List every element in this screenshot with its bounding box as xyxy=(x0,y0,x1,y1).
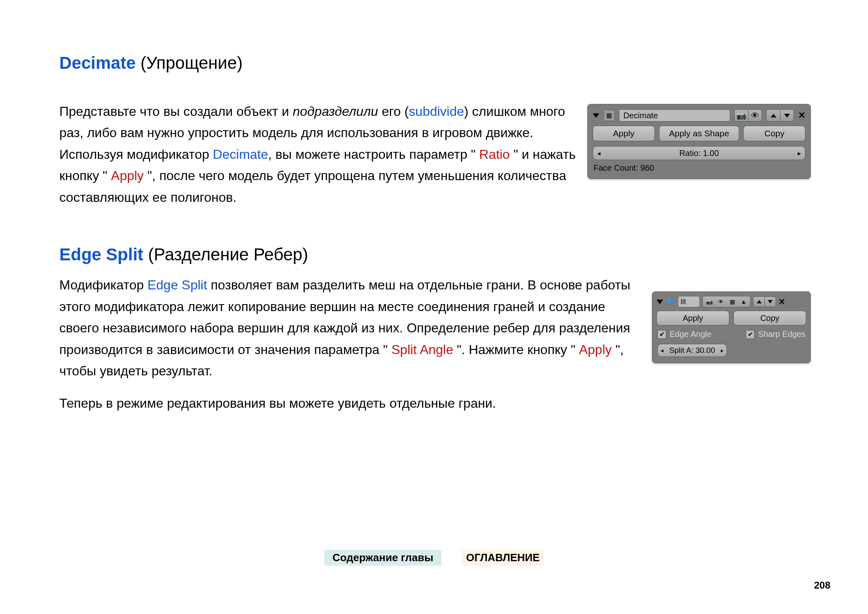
apply-term: Apply xyxy=(111,168,144,183)
sharp-edges-label: Sharp Edges xyxy=(758,330,805,339)
edit-mode-toggle[interactable]: ▦ xyxy=(727,297,737,307)
text-fragment: ". Нажмите кнопку " xyxy=(453,342,579,357)
split-angle-slider[interactable]: ◂ Split A: 30.00 ▸ xyxy=(657,344,727,357)
close-button[interactable]: ✕ xyxy=(798,110,805,121)
page-number: 208 xyxy=(814,580,830,591)
modifier-icon: 🔷 xyxy=(666,297,675,307)
footer-nav: Содержание главы ОГЛАВЛЕНИЕ xyxy=(0,550,868,566)
move-up-button[interactable] xyxy=(766,109,780,122)
decimate-panel: ▦ Decimate 📷 👁 ✕ Apply Apply as Shape Co… xyxy=(587,104,811,179)
panel-button-row: Apply Apply as Shape Copy xyxy=(588,126,810,146)
heading-en: Edge Split xyxy=(59,245,143,264)
heading-en: Decimate xyxy=(59,53,136,72)
subdivide-link[interactable]: subdivide xyxy=(409,104,464,119)
slider-left-arrow-icon: ◂ xyxy=(597,149,600,157)
text-fragment: Представьте что вы создали объект и xyxy=(59,104,293,119)
apply-button[interactable]: Apply xyxy=(657,311,729,325)
close-button[interactable]: ✕ xyxy=(778,297,785,307)
ratio-term: Ratio xyxy=(479,147,510,162)
arrow-up-icon xyxy=(771,114,776,117)
modifier-name-field[interactable]: Decimate xyxy=(619,109,730,122)
eye-icon: 👁 xyxy=(751,111,759,120)
viewport-toggle[interactable]: 👁 xyxy=(716,297,726,307)
slider-right-arrow-icon: ▸ xyxy=(721,347,724,354)
panel-header-row: 🔷 lit 📷 👁 ▦ ▲ ✕ xyxy=(652,292,810,311)
edge-split-body-wrapper: Модификатор Edge Split позволяет вам раз… xyxy=(59,274,638,414)
cage-toggle[interactable]: ▲ xyxy=(739,297,749,307)
edge-split-heading: Edge Split (Разделение Ребер) xyxy=(59,245,811,264)
move-down-button[interactable] xyxy=(780,109,794,122)
render-toggle[interactable]: 📷 xyxy=(704,297,714,307)
text-fragment: его ( xyxy=(378,104,409,119)
text-fragment: , вы можете настроить параметр " xyxy=(268,147,479,162)
apply-as-shape-button[interactable]: Apply as Shape xyxy=(659,126,740,141)
camera-icon: 📷 xyxy=(736,111,747,120)
chapter-contents-link[interactable]: Содержание главы xyxy=(324,550,442,566)
sharp-edges-checkbox[interactable]: ✔ xyxy=(746,330,755,339)
split-angle-value: Split A: 30.00 xyxy=(669,346,715,355)
slider-right-arrow-icon: ▸ xyxy=(798,149,801,157)
move-down-button[interactable] xyxy=(765,296,776,307)
edge-angle-label: Edge Angle xyxy=(670,330,711,339)
arrow-down-icon xyxy=(784,114,790,117)
arrow-down-icon xyxy=(768,300,773,303)
collapse-icon[interactable] xyxy=(657,300,663,304)
slider-left-arrow-icon: ◂ xyxy=(661,347,663,354)
edge-angle-option: ✔ Edge Angle xyxy=(657,330,711,339)
copy-button[interactable]: Copy xyxy=(733,311,806,325)
face-count-label: Face Count: 960 xyxy=(588,163,810,173)
text-fragment: Модификатор xyxy=(59,278,147,292)
edge-split-link[interactable]: Edge Split xyxy=(147,278,207,292)
decimate-heading: Decimate (Упрощение) xyxy=(59,53,811,73)
edge-split-body-2: Теперь в режиме редактирования вы можете… xyxy=(59,393,638,414)
panel-button-row: Apply Copy xyxy=(652,311,810,330)
ratio-slider[interactable]: ◂ Ratio: 1.00 ▸ xyxy=(593,146,805,160)
apply-term: Apply xyxy=(579,342,612,357)
move-buttons xyxy=(753,296,776,307)
viewport-toggle[interactable]: 👁 xyxy=(748,109,762,122)
arrow-up-icon xyxy=(757,300,762,303)
text-fragment-italic: подразделили xyxy=(293,104,378,119)
edge-angle-checkbox[interactable]: ✔ xyxy=(657,330,666,339)
table-of-contents-link[interactable]: ОГЛАВЛЕНИЕ xyxy=(462,550,544,566)
checkbox-row: ✔ Edge Angle ✔ Sharp Edges xyxy=(652,330,810,344)
heading-ru: (Разделение Ребер) xyxy=(143,245,308,264)
modifier-name-field[interactable]: lit xyxy=(678,296,700,307)
copy-button[interactable]: Copy xyxy=(743,126,805,141)
decimate-link[interactable]: Decimate xyxy=(213,147,268,162)
decimate-body: Представьте что вы создали объект и подр… xyxy=(59,101,580,208)
sharp-edges-option: ✔ Sharp Edges xyxy=(746,330,805,339)
apply-button[interactable]: Apply xyxy=(593,126,655,141)
split-angle-term: Split Angle xyxy=(391,342,453,357)
edge-split-body: Модификатор Edge Split позволяет вам раз… xyxy=(59,274,638,381)
render-toggle[interactable]: 📷 xyxy=(734,109,748,122)
panel-header-row: ▦ Decimate 📷 👁 ✕ xyxy=(588,104,810,126)
modifier-icon: ▦ xyxy=(603,110,615,121)
display-toggles: 📷 👁 ▦ ▲ xyxy=(702,296,751,307)
ratio-value: Ratio: 1.00 xyxy=(679,149,719,158)
move-buttons xyxy=(766,109,794,122)
edge-split-panel: 🔷 lit 📷 👁 ▦ ▲ ✕ Apply Copy xyxy=(652,291,811,363)
visibility-buttons: 📷 👁 xyxy=(734,109,762,122)
collapse-icon[interactable] xyxy=(593,113,599,118)
move-up-button[interactable] xyxy=(753,296,765,307)
heading-ru: (Упрощение) xyxy=(136,53,243,72)
